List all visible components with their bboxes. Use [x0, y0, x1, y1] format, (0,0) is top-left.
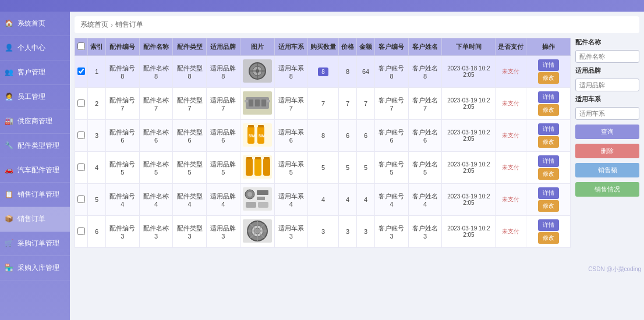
col-action: 操作 — [526, 38, 571, 56]
purchase-icon: 🛒 — [5, 239, 14, 248]
employee-icon: 🧑‍💼 — [5, 93, 14, 102]
col-brand: 适用品牌 — [206, 38, 240, 56]
detail-button[interactable]: 详情 — [538, 155, 559, 167]
row-checkbox-cell — [75, 120, 88, 152]
sidebar-label-employees: 员工管理 — [17, 92, 45, 102]
edit-button[interactable]: 修改 — [538, 168, 559, 180]
sidebar-label-suppliers: 供应商管理 — [17, 116, 52, 126]
row-order-time: 2023-03-19 10:2 2:05 — [442, 120, 496, 152]
sidebar-item-suppliers[interactable]: 🏭 供应商管理 — [0, 109, 70, 134]
row-checkbox[interactable] — [77, 163, 85, 171]
row-index: 3 — [88, 120, 106, 152]
filter-car-series-input[interactable] — [575, 107, 639, 120]
detail-button[interactable]: 详情 — [538, 219, 559, 231]
row-paid-status: 未支付 — [496, 120, 526, 152]
parts-icon: 🚗 — [5, 166, 14, 175]
row-customer-no: 客户账号3 — [375, 216, 409, 248]
sidebar-label-customers: 客户管理 — [17, 67, 45, 77]
row-part-name: 配件名称5 — [139, 152, 173, 184]
row-car-series: 适用车系4 — [274, 184, 308, 216]
detail-button[interactable]: 详情 — [538, 187, 559, 199]
qty-button[interactable]: 8 — [318, 67, 328, 76]
row-part-no: 配件编号7 — [106, 88, 140, 120]
sidebar-item-purchase-orders[interactable]: 🛒 采购订单管理 — [0, 232, 70, 256]
row-checkbox[interactable] — [77, 195, 85, 203]
table-row: 5 配件编号4 配件名称4 配件类型4 适用品牌4 适用车系4 4 4 4 客户… — [75, 184, 571, 216]
users-icon: 👥 — [5, 68, 14, 77]
edit-button[interactable]: 修改 — [538, 232, 559, 244]
row-car-series: 适用车系5 — [274, 152, 308, 184]
breadcrumb-home: 系统首页 — [80, 20, 108, 30]
row-qty: 5 — [308, 152, 339, 184]
sidebar-item-home[interactable]: 🏠 系统首页 — [0, 12, 70, 36]
col-customer-name: 客户姓名 — [408, 38, 442, 56]
row-price: 3 — [339, 216, 357, 248]
col-part-no: 配件编号 — [106, 38, 140, 56]
select-all-checkbox[interactable] — [77, 42, 85, 50]
row-part-type: 配件类型3 — [173, 216, 207, 248]
row-customer-name: 客户姓名7 — [408, 88, 442, 120]
edit-button[interactable]: 修改 — [538, 136, 559, 148]
row-checkbox[interactable] — [77, 131, 85, 139]
edit-button[interactable]: 修改 — [538, 72, 559, 84]
filter-part-name-input[interactable] — [575, 50, 639, 63]
col-image: 图片 — [240, 38, 274, 56]
sidebar-label-parts: 汽车配件管理 — [17, 165, 59, 175]
sidebar-label-sales: 销售订单 — [17, 214, 45, 224]
sales-status-button[interactable]: 销售情况 — [575, 182, 639, 197]
svg-rect-32 — [246, 202, 256, 208]
row-checkbox-cell — [75, 152, 88, 184]
edit-button[interactable]: 修改 — [538, 104, 559, 116]
row-checkbox[interactable] — [77, 227, 85, 235]
delete-button[interactable]: 删除 — [575, 144, 639, 158]
sidebar-item-sales-orders[interactable]: 📋 销售订单管理 — [0, 183, 70, 207]
row-index: 4 — [88, 152, 106, 184]
table-row: 2 配件编号7 配件名称7 配件类型7 适用品牌7 适用车系7 7 7 7 客户… — [75, 88, 571, 120]
detail-button[interactable]: 详情 — [538, 59, 559, 71]
order-icon: 📋 — [5, 190, 14, 200]
detail-button[interactable]: 详情 — [538, 91, 559, 103]
row-customer-name: 客户姓名3 — [408, 216, 442, 248]
row-part-name: 配件名称3 — [139, 216, 173, 248]
svg-rect-9 — [255, 99, 260, 106]
row-checkbox[interactable] — [77, 99, 85, 107]
sales-amount-button[interactable]: 销售额 — [575, 163, 639, 177]
row-customer-no: 客户账号7 — [375, 88, 409, 120]
row-image-cell — [240, 152, 274, 184]
row-qty: 7 — [308, 88, 339, 120]
col-customer-no: 客户编号 — [375, 38, 409, 56]
sidebar-item-employees[interactable]: 🧑‍💼 员工管理 — [0, 85, 70, 109]
row-image-cell — [240, 88, 274, 120]
sidebar-item-profile[interactable]: 👤 个人中心 — [0, 36, 70, 61]
row-checkbox[interactable] — [77, 67, 85, 75]
row-customer-name: 客户姓名8 — [408, 56, 442, 88]
filter-brand-input[interactable] — [575, 79, 639, 91]
app-header — [0, 0, 644, 12]
sidebar-item-customers[interactable]: 👥 客户管理 — [0, 61, 70, 85]
row-part-type: 配件类型6 — [173, 120, 207, 152]
svg-rect-11 — [245, 100, 248, 102]
row-brand: 适用品牌3 — [206, 216, 240, 248]
sidebar-label-home: 系统首页 — [17, 19, 45, 29]
row-customer-name: 客户姓名5 — [408, 152, 442, 184]
row-amount: 3 — [357, 216, 375, 248]
row-car-series: 适用车系6 — [274, 120, 308, 152]
svg-rect-21 — [246, 158, 253, 176]
sidebar-label-inventory: 采购入库管理 — [17, 263, 59, 273]
sidebar-item-inventory[interactable]: 🏪 采购入库管理 — [0, 256, 70, 280]
row-part-type: 配件类型4 — [173, 184, 207, 216]
category-icon: 🔧 — [5, 141, 14, 151]
row-checkbox-cell — [75, 184, 88, 216]
sidebar-item-part-types[interactable]: 🔧 配件类型管理 — [0, 134, 70, 158]
row-checkbox-cell — [75, 216, 88, 248]
col-order-time: 下单时间 — [442, 38, 496, 56]
table-row: 6 配件编号3 配件名称3 配件类型3 适用品牌3 适用车系3 3 3 3 客户… — [75, 216, 571, 248]
sidebar-item-sales[interactable]: 📦 销售订单 — [0, 207, 70, 232]
sidebar-label-part-types: 配件类型管理 — [17, 141, 59, 151]
detail-button[interactable]: 详情 — [538, 123, 559, 135]
col-part-name: 配件名称 — [139, 38, 173, 56]
search-button[interactable]: 查询 — [575, 125, 639, 139]
sidebar-item-parts[interactable]: 🚗 汽车配件管理 — [0, 158, 70, 183]
edit-button[interactable]: 修改 — [538, 200, 559, 212]
row-qty: 8 — [308, 56, 339, 88]
